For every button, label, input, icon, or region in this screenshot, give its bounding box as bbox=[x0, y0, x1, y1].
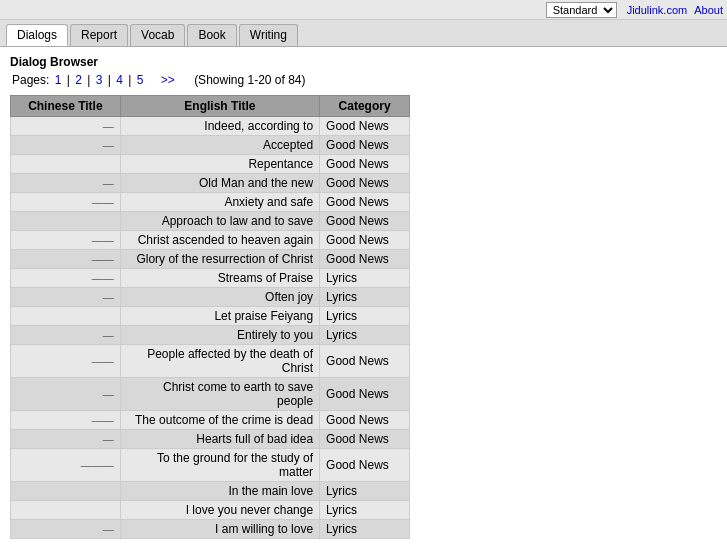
cell-english: Christ ascended to heaven again bbox=[120, 231, 319, 250]
top-links: Jidulink.com About bbox=[623, 4, 723, 16]
cell-english: I am willing to love bbox=[120, 520, 319, 539]
cell-english: Indeed, according to bbox=[120, 117, 319, 136]
cell-english: In the main love bbox=[120, 482, 319, 501]
tab-vocab[interactable]: Vocab bbox=[130, 24, 185, 46]
table-row[interactable]: ——Anxiety and safeGood News bbox=[11, 193, 410, 212]
cell-english: Old Man and the new bbox=[120, 174, 319, 193]
cell-category: Good News bbox=[320, 212, 410, 231]
cell-chinese: —— bbox=[11, 193, 121, 212]
nav-tabs: Dialogs Report Vocab Book Writing bbox=[0, 20, 727, 47]
cell-category: Lyrics bbox=[320, 269, 410, 288]
cell-english: To the ground for the study of matter bbox=[120, 449, 319, 482]
col-header-english: English Title bbox=[120, 96, 319, 117]
cell-chinese bbox=[11, 501, 121, 520]
table-row[interactable]: ——Streams of PraiseLyrics bbox=[11, 269, 410, 288]
cell-english: Accepted bbox=[120, 136, 319, 155]
cell-category: Lyrics bbox=[320, 288, 410, 307]
cell-english: Approach to law and to save bbox=[120, 212, 319, 231]
page-title: Dialog Browser bbox=[10, 55, 717, 69]
cell-category: Good News bbox=[320, 250, 410, 269]
cell-chinese: — bbox=[11, 174, 121, 193]
cell-chinese: — bbox=[11, 117, 121, 136]
table-row[interactable]: Approach to law and to saveGood News bbox=[11, 212, 410, 231]
cell-category: Lyrics bbox=[320, 501, 410, 520]
tab-dialogs[interactable]: Dialogs bbox=[6, 24, 68, 46]
tab-writing[interactable]: Writing bbox=[239, 24, 298, 46]
table-row[interactable]: ——Christ ascended to heaven againGood Ne… bbox=[11, 231, 410, 250]
cell-category: Good News bbox=[320, 136, 410, 155]
tab-report[interactable]: Report bbox=[70, 24, 128, 46]
table-row[interactable]: Let praise FeiyangLyrics bbox=[11, 307, 410, 326]
cell-chinese bbox=[11, 307, 121, 326]
cell-category: Good News bbox=[320, 174, 410, 193]
cell-category: Good News bbox=[320, 378, 410, 411]
cell-category: Good News bbox=[320, 345, 410, 378]
page-3-link[interactable]: 3 bbox=[96, 73, 103, 87]
cell-chinese: —— bbox=[11, 411, 121, 430]
cell-english: Anxiety and safe bbox=[120, 193, 319, 212]
pagination: Pages: 1 | 2 | 3 | 4 | 5 >> (Showing 1-2… bbox=[10, 73, 717, 87]
cell-category: Good News bbox=[320, 155, 410, 174]
cell-category: Good News bbox=[320, 231, 410, 250]
cell-category: Good News bbox=[320, 449, 410, 482]
table-row[interactable]: —Entirely to youLyrics bbox=[11, 326, 410, 345]
site-link[interactable]: Jidulink.com bbox=[627, 4, 688, 16]
table-row[interactable]: ——The outcome of the crime is deadGood N… bbox=[11, 411, 410, 430]
pages-label: Pages: bbox=[12, 73, 49, 87]
cell-english: Let praise Feiyang bbox=[120, 307, 319, 326]
cell-category: Good News bbox=[320, 193, 410, 212]
table-row[interactable]: —Hearts full of bad ideaGood News bbox=[11, 430, 410, 449]
table-row[interactable]: —Often joyLyrics bbox=[11, 288, 410, 307]
cell-english: Glory of the resurrection of Christ bbox=[120, 250, 319, 269]
cell-chinese bbox=[11, 212, 121, 231]
cell-chinese: — bbox=[11, 136, 121, 155]
table-row[interactable]: —Indeed, according toGood News bbox=[11, 117, 410, 136]
cell-category: Lyrics bbox=[320, 482, 410, 501]
table-row[interactable]: ——People affected by the death of Christ… bbox=[11, 345, 410, 378]
cell-english: Christ come to earth to save people bbox=[120, 378, 319, 411]
cell-english: People affected by the death of Christ bbox=[120, 345, 319, 378]
cell-chinese: —— bbox=[11, 269, 121, 288]
cell-category: Good News bbox=[320, 117, 410, 136]
content-area: Dialog Browser Pages: 1 | 2 | 3 | 4 | 5 … bbox=[0, 47, 727, 545]
cell-category: Lyrics bbox=[320, 326, 410, 345]
cell-chinese: — bbox=[11, 520, 121, 539]
cell-english: Repentance bbox=[120, 155, 319, 174]
about-link[interactable]: About bbox=[694, 4, 723, 16]
table-row[interactable]: RepentanceGood News bbox=[11, 155, 410, 174]
col-header-chinese: Chinese Title bbox=[11, 96, 121, 117]
cell-english: The outcome of the crime is dead bbox=[120, 411, 319, 430]
cell-chinese: —— bbox=[11, 231, 121, 250]
cell-chinese bbox=[11, 155, 121, 174]
cell-english: I love you never change bbox=[120, 501, 319, 520]
dialog-table: Chinese Title English Title Category —In… bbox=[10, 95, 410, 539]
cell-chinese: — bbox=[11, 326, 121, 345]
cell-chinese: — bbox=[11, 430, 121, 449]
page-2-link[interactable]: 2 bbox=[75, 73, 82, 87]
table-row[interactable]: ——Glory of the resurrection of ChristGoo… bbox=[11, 250, 410, 269]
cell-category: Good News bbox=[320, 430, 410, 449]
cell-chinese: —— bbox=[11, 345, 121, 378]
table-row[interactable]: —Christ come to earth to save peopleGood… bbox=[11, 378, 410, 411]
cell-english: Often joy bbox=[120, 288, 319, 307]
standard-dropdown[interactable]: Standard bbox=[546, 2, 617, 18]
cell-category: Lyrics bbox=[320, 307, 410, 326]
more-pages-link[interactable]: >> bbox=[161, 73, 175, 87]
cell-chinese: —— bbox=[11, 250, 121, 269]
table-row[interactable]: —AcceptedGood News bbox=[11, 136, 410, 155]
cell-english: Hearts full of bad idea bbox=[120, 430, 319, 449]
table-row[interactable]: ———To the ground for the study of matter… bbox=[11, 449, 410, 482]
cell-category: Good News bbox=[320, 411, 410, 430]
table-row[interactable]: —I am willing to loveLyrics bbox=[11, 520, 410, 539]
page-5-link[interactable]: 5 bbox=[137, 73, 144, 87]
cell-english: Streams of Praise bbox=[120, 269, 319, 288]
table-row[interactable]: I love you never changeLyrics bbox=[11, 501, 410, 520]
top-bar: Standard Jidulink.com About bbox=[0, 0, 727, 20]
tab-book[interactable]: Book bbox=[187, 24, 236, 46]
cell-english: Entirely to you bbox=[120, 326, 319, 345]
showing-count: (Showing 1-20 of 84) bbox=[194, 73, 305, 87]
page-1-link[interactable]: 1 bbox=[55, 73, 62, 87]
page-4-link[interactable]: 4 bbox=[116, 73, 123, 87]
table-row[interactable]: In the main loveLyrics bbox=[11, 482, 410, 501]
table-row[interactable]: —Old Man and the newGood News bbox=[11, 174, 410, 193]
